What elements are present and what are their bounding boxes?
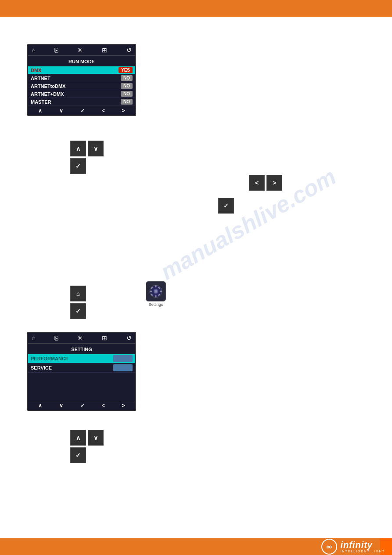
s2-footer-down[interactable]: ∨: [59, 403, 63, 409]
left-arrow-btn[interactable]: <: [249, 175, 265, 191]
screen1-title: RUN MODE: [68, 59, 95, 64]
down-button-2[interactable]: ∨: [88, 430, 104, 446]
master-value: NO: [121, 99, 133, 105]
svg-rect-5: [160, 291, 162, 292]
check-button-2[interactable]: ✓: [70, 303, 86, 319]
top-bar: [0, 0, 392, 17]
up-button-2[interactable]: ∧: [70, 430, 86, 446]
bottom-bar: ∞ infinity INTELLIGENT LIGHT: [0, 538, 392, 555]
setting-screen: ⌂ ⎘ ✳ ⊞ ↺ SETTING PERFORMANCE SERVICE ∧ …: [27, 332, 136, 411]
infinity-logo: ∞ infinity INTELLIGENT LIGHT: [321, 538, 385, 555]
s2-home-icon: ⌂: [32, 334, 35, 341]
artnet-to-dmx-label: ARTNETtoDMX: [31, 83, 65, 89]
artnet-plus-dmx-row[interactable]: ARTNET+DMX NO: [28, 90, 135, 98]
up-button-1[interactable]: ∧: [70, 141, 86, 156]
s2-footer-right[interactable]: >: [122, 403, 125, 409]
master-row[interactable]: MASTER NO: [28, 98, 135, 106]
footer-right[interactable]: >: [122, 108, 125, 114]
copy-icon: ⎘: [54, 47, 58, 54]
artnet-plus-dmx-value: NO: [121, 91, 133, 97]
svg-rect-4: [150, 291, 152, 292]
settings-label: Settings: [149, 302, 163, 307]
dmx-label: DMX: [31, 68, 41, 73]
svg-text:∞: ∞: [327, 542, 332, 551]
dmx-row[interactable]: DMX YES: [28, 66, 135, 74]
empty-rows: [28, 373, 135, 401]
screen2-header: ⌂ ⎘ ✳ ⊞ ↺: [28, 333, 135, 344]
svg-rect-3: [155, 295, 157, 297]
screen1-footer: ∧ ∨ ✓ < >: [28, 106, 135, 115]
run-mode-screen: ⌂ ⎘ ✳ ⊞ ↺ RUN MODE DMX YES ARTNET NO ART…: [27, 44, 136, 116]
settings-icon[interactable]: [146, 281, 166, 301]
brand-name: infinity: [340, 540, 385, 550]
s2-refresh-icon: ↺: [126, 334, 132, 341]
check-button-standalone[interactable]: ✓: [218, 198, 234, 214]
service-value-box: [113, 364, 133, 371]
s2-footer-check[interactable]: ✓: [80, 403, 85, 409]
screen2-title: SETTING: [71, 347, 92, 352]
gear-svg: [149, 284, 163, 298]
footer-check[interactable]: ✓: [80, 108, 85, 114]
artnet-to-dmx-value: NO: [121, 83, 133, 89]
s2-footer-left[interactable]: <: [102, 403, 105, 409]
settings-icon-wrapper[interactable]: Settings: [146, 281, 166, 307]
s2-network-icon: ⊞: [102, 334, 107, 341]
artnet-value: NO: [121, 75, 133, 81]
down-button-1[interactable]: ∨: [88, 141, 104, 156]
right-arrow-btn[interactable]: >: [266, 175, 282, 191]
service-row[interactable]: SERVICE: [28, 363, 135, 373]
brand-sub: INTELLIGENT LIGHT: [340, 550, 385, 553]
screen1-header: ⌂ ⎘ ✳ ⊞ ↺: [28, 45, 135, 56]
service-label: SERVICE: [31, 365, 52, 370]
home-button[interactable]: ⌂: [70, 286, 86, 301]
controls-group-2: ∧ ∨ ✓: [70, 430, 104, 463]
dmx-value: YES: [119, 67, 133, 73]
footer-up[interactable]: ∧: [38, 108, 42, 114]
home-check-group: ⌂ ✓: [70, 286, 86, 319]
performance-label: PERFORMANCE: [31, 356, 68, 361]
watermark: manualshlive.com: [156, 163, 340, 285]
s2-copy-icon: ⎘: [54, 334, 58, 341]
s2-footer-up[interactable]: ∧: [38, 403, 42, 409]
artnet-to-dmx-row[interactable]: ARTNETtoDMX NO: [28, 82, 135, 90]
artnet-label: ARTNET: [31, 76, 50, 81]
nav-arrows: < >: [249, 175, 282, 191]
star-icon: ✳: [77, 47, 83, 54]
performance-row[interactable]: PERFORMANCE: [28, 354, 135, 363]
svg-rect-2: [155, 285, 157, 287]
check-button-3[interactable]: ✓: [70, 447, 86, 463]
logo-text: infinity INTELLIGENT LIGHT: [340, 540, 385, 553]
controls-group-1: ∧ ∨ ✓: [70, 141, 104, 174]
footer-left[interactable]: <: [102, 108, 105, 114]
master-label: MASTER: [31, 99, 51, 105]
refresh-icon: ↺: [126, 47, 132, 54]
s2-star-icon: ✳: [77, 334, 83, 341]
artnet-plus-dmx-label: ARTNET+DMX: [31, 91, 64, 97]
artnet-row[interactable]: ARTNET NO: [28, 74, 135, 82]
infinity-icon: ∞: [321, 538, 338, 555]
check-button-1[interactable]: ✓: [70, 158, 86, 174]
home-icon: ⌂: [32, 47, 35, 54]
footer-down[interactable]: ∨: [59, 108, 63, 114]
performance-value-box: [113, 355, 133, 362]
network-icon: ⊞: [102, 47, 107, 54]
screen2-footer: ∧ ∨ ✓ < >: [28, 401, 135, 410]
